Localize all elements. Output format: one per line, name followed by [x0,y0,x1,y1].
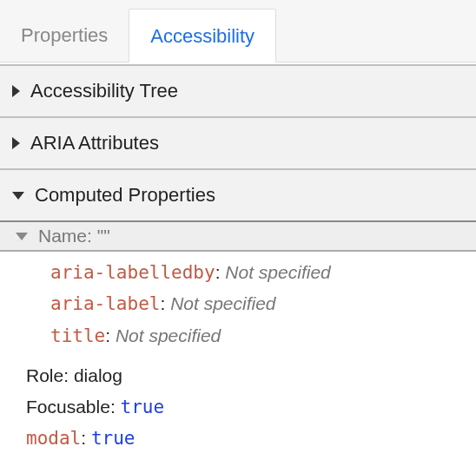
name-value: "" [97,226,110,246]
prop-value: Not specified [170,293,275,313]
section-header-aria-attributes[interactable]: ARIA Attributes [0,118,476,168]
tab-accessibility[interactable]: Accessibility [129,9,276,62]
prop-key: Role: [26,365,69,385]
name-row[interactable]: Name: "" [0,220,476,252]
chevron-right-icon [12,85,20,97]
section-aria-attributes: ARIA Attributes [0,116,476,168]
section-accessibility-tree: Accessibility Tree [0,64,476,116]
prop-key: aria-labelledby [50,262,215,283]
prop-aria-label: aria-label: Not specified [50,288,476,319]
tab-bar: Properties Accessibility [0,0,476,62]
prop-value: Not specified [225,262,330,282]
prop-value: true [91,428,136,449]
prop-value: true [121,397,165,417]
chevron-down-icon [12,192,24,200]
prop-key: Focusable: [26,397,116,417]
prop-value: dialog [74,365,122,385]
prop-focusable: Focusable: true [26,391,476,423]
tab-properties[interactable]: Properties [0,9,129,62]
prop-key: title [50,325,105,346]
computed-content: Name: "" aria-labelledby: Not specified … [0,220,476,453]
prop-role: Role: dialog [26,360,476,391]
prop-modal: modal: true [26,423,476,453]
root-props: Role: dialog Focusable: true modal: true [0,357,476,453]
prop-value: Not specified [116,325,221,345]
section-title: Accessibility Tree [30,80,178,102]
section-header-computed-properties[interactable]: Computed Properties [0,170,476,220]
section-header-accessibility-tree[interactable]: Accessibility Tree [0,66,476,116]
section-title: ARIA Attributes [30,132,159,154]
prop-key: modal [26,428,81,449]
section-title: Computed Properties [35,184,215,207]
chevron-down-icon [16,233,28,240]
section-computed-properties: Computed Properties Name: "" aria-labell… [0,168,476,453]
prop-key: aria-label [50,293,160,314]
name-sources: aria-labelledby: Not specified aria-labe… [0,252,476,357]
chevron-right-icon [12,137,20,149]
prop-aria-labelledby: aria-labelledby: Not specified [50,257,476,288]
prop-title: title: Not specified [50,320,476,351]
name-label: Name: [38,226,92,246]
